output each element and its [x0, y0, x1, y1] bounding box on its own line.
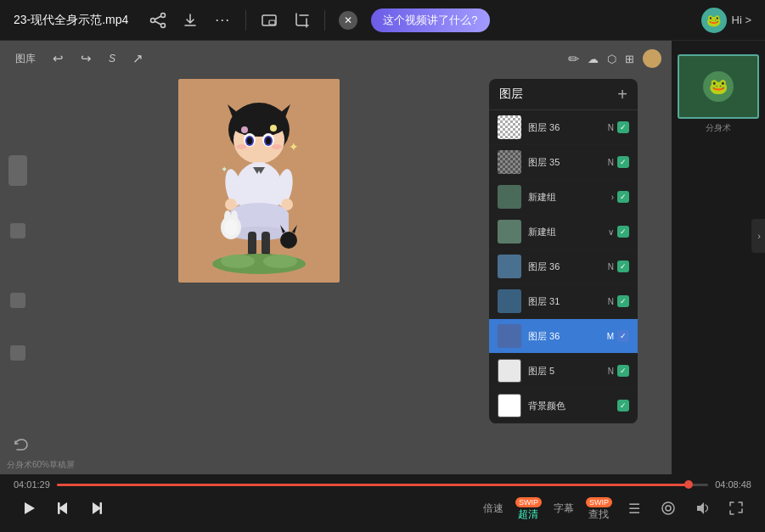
ai-question-button[interactable]: 这个视频讲了什么?	[371, 8, 489, 32]
layer-item[interactable]: 背景颜色 ✓	[489, 389, 638, 423]
share-icon[interactable]	[149, 11, 167, 30]
layer-item[interactable]: 图层 31 N ✓	[489, 284, 638, 319]
layer-group-item[interactable]: 新建组 ∨ ✓	[489, 215, 638, 249]
tool-toggle-1[interactable]	[10, 223, 25, 238]
more-icon[interactable]: ···	[213, 11, 232, 30]
layer-name: 图层 5	[528, 365, 601, 378]
layer-controls: N ✓	[608, 295, 629, 307]
progress-dot	[684, 480, 693, 489]
layer-visibility-toggle[interactable]: ✓	[617, 330, 629, 342]
avatar: 🐸	[701, 8, 727, 33]
layer-controls: › ✓	[611, 191, 629, 203]
layer-controls: ∨ ✓	[608, 226, 629, 238]
layer-name: 图层 36	[528, 260, 601, 273]
user-profile-button[interactable]: 🐸 Hi >	[701, 8, 751, 33]
svg-text:✦: ✦	[221, 165, 228, 174]
layer-thumbnail	[498, 220, 521, 244]
layer-visibility-toggle[interactable]: ✓	[617, 226, 629, 238]
divider	[245, 10, 246, 31]
close-button[interactable]: ✕	[339, 11, 357, 30]
thumbnail-label: 分身术	[706, 122, 731, 134]
svg-point-18	[236, 144, 246, 149]
svg-line-4	[155, 21, 162, 25]
speed-button[interactable]: 倍速	[478, 498, 509, 519]
progress-bar[interactable]	[57, 484, 708, 486]
layer-thumbnail	[498, 394, 521, 417]
search-button[interactable]: SWIP 查找	[582, 497, 616, 519]
transform-button[interactable]: S	[104, 50, 121, 67]
left-sliders	[8, 155, 27, 361]
layer-visibility-toggle[interactable]: ✓	[617, 156, 629, 168]
layer-visibility-toggle[interactable]: ✓	[617, 295, 629, 307]
tool-toggle-3[interactable]	[10, 345, 25, 361]
svg-point-16	[247, 137, 252, 144]
tool-toggle-2[interactable]	[10, 293, 25, 308]
brush-size-slider[interactable]	[8, 155, 27, 186]
hd-button[interactable]: SWIP 超清	[512, 497, 545, 519]
download-icon[interactable]	[181, 11, 200, 30]
color-picker-icon[interactable]	[643, 49, 661, 68]
procreate-top-bar: 图库 ↩ ↪ S ↗ ✏ ☁ ⬡ ⊞	[0, 44, 672, 73]
adjust-button[interactable]: ↗	[127, 48, 149, 69]
layer-controls: ✓	[617, 400, 629, 412]
layer-thumbnail	[498, 115, 521, 139]
layer-visibility-toggle[interactable]: ✓	[617, 260, 629, 272]
layers-title: 图层	[499, 87, 523, 102]
total-time: 04:08:48	[715, 479, 751, 490]
eraser-tool-icon[interactable]: ⬡	[607, 53, 616, 65]
layer-name: 新建组	[528, 191, 605, 204]
layer-info: 图层 35	[528, 156, 601, 169]
layer-group-item[interactable]: 新建组 › ✓	[489, 180, 638, 215]
volume-button[interactable]	[687, 493, 717, 524]
fullscreen-button[interactable]	[721, 493, 751, 524]
layer-controls: M ✓	[607, 330, 629, 342]
svg-rect-6	[269, 20, 275, 25]
player-controls: 倍速 SWIP 超清 字幕 SWIP 查找 ☰	[14, 490, 751, 527]
undo-bottom-button[interactable]	[12, 437, 29, 457]
layer-name: 图层 36	[528, 330, 600, 343]
layer-info: 图层 5	[528, 365, 601, 378]
svg-point-19	[272, 144, 282, 149]
svg-marker-48	[25, 502, 35, 514]
right-thumbnail-panel: 🐸 分身术 ›	[672, 41, 765, 474]
layer-thumbnail	[498, 359, 521, 383]
layer-thumbnail	[498, 255, 521, 278]
picture-in-picture-icon[interactable]	[260, 11, 278, 30]
panel-toggle-button[interactable]: ›	[751, 219, 765, 253]
svg-point-11	[230, 109, 288, 137]
subtitle-button[interactable]: 字幕	[548, 498, 579, 519]
next-chapter-button[interactable]	[82, 493, 112, 524]
hd-label: 超清	[518, 509, 538, 519]
layer-item[interactable]: 图层 5 N ✓	[489, 354, 638, 389]
prev-chapter-button[interactable]	[48, 493, 78, 524]
pip-button[interactable]	[653, 493, 683, 524]
layer-info: 新建组	[528, 191, 605, 204]
layer-name: 图层 36	[528, 121, 601, 134]
layer-visibility-toggle[interactable]: ✓	[617, 191, 629, 203]
thumbnail-avatar: 🐸	[703, 71, 734, 102]
layer-info: 图层 31	[528, 295, 601, 308]
redo-button[interactable]: ↪	[76, 48, 97, 69]
procreate-ui: 图库 ↩ ↪ S ↗ ✏ ☁ ⬡ ⊞	[0, 41, 672, 474]
layer-visibility-toggle[interactable]: ✓	[617, 400, 629, 412]
layer-item[interactable]: 图层 36 N ✓	[489, 249, 638, 284]
add-layer-button[interactable]: +	[617, 86, 627, 103]
layer-visibility-toggle[interactable]: ✓	[617, 121, 629, 133]
brush-tool-icon[interactable]: ✏	[568, 51, 579, 67]
svg-rect-30	[248, 232, 256, 255]
layer-item[interactable]: 图层 36 N ✓	[489, 110, 638, 145]
progress-fill	[57, 484, 689, 486]
undo-button[interactable]: ↩	[48, 48, 69, 69]
playlist-button[interactable]: ☰	[619, 493, 650, 524]
layer-item[interactable]: 图层 35 N ✓	[489, 145, 638, 180]
svg-point-47	[263, 255, 297, 268]
layers-tool-icon[interactable]: ⊞	[625, 53, 634, 65]
layer-visibility-toggle[interactable]: ✓	[617, 365, 629, 377]
gallery-button[interactable]: 图库	[10, 49, 41, 69]
layers-header: 图层 +	[489, 79, 638, 110]
smudge-tool-icon[interactable]: ☁	[588, 53, 599, 65]
play-button[interactable]	[14, 493, 44, 524]
crop-icon[interactable]	[292, 11, 311, 30]
layer-item-active[interactable]: 图层 36 M ✓	[489, 319, 638, 354]
svg-text:✦: ✦	[289, 140, 299, 154]
